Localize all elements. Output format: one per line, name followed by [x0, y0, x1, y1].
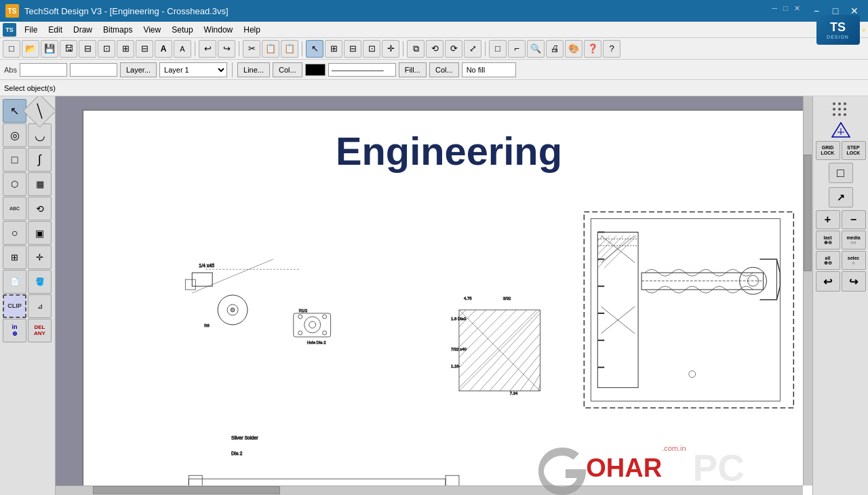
dist-button[interactable]: ✛: [382, 40, 399, 58]
export3-button[interactable]: ⊟: [136, 40, 153, 58]
export2-button[interactable]: ⊞: [117, 40, 134, 58]
help3-button[interactable]: ?: [603, 40, 620, 58]
tool-clip[interactable]: CLIP: [3, 294, 26, 318]
layer-select[interactable]: Layer 1: [159, 62, 227, 77]
line-style-input[interactable]: [328, 63, 396, 77]
grid-lock-button[interactable]: GRIDLOCK: [816, 141, 840, 160]
col1-button[interactable]: Col...: [273, 62, 302, 77]
step-lock-button[interactable]: STEPLOCK: [842, 141, 866, 160]
coord-x-input[interactable]: [20, 63, 67, 77]
right-toolbar: GRIDLOCK STEPLOCK □ ↗ + − last⊕⊖ media○○…: [812, 96, 868, 495]
horizontal-scrollbar[interactable]: [56, 486, 803, 495]
rotate-button[interactable]: ⟲: [426, 40, 443, 58]
tool-ellipse[interactable]: ○: [3, 221, 26, 245]
copy-button[interactable]: 📋: [262, 40, 279, 58]
scale-button[interactable]: ⟳: [445, 40, 462, 58]
svg-text:4.75: 4.75: [464, 296, 472, 300]
media-button[interactable]: media○○: [842, 231, 866, 250]
tool-grid[interactable]: ⊞: [3, 245, 26, 269]
menu-edit[interactable]: Edit: [43, 24, 68, 36]
svg-point-104: [844, 113, 846, 116]
menu-view[interactable]: View: [138, 24, 166, 36]
tool-frame[interactable]: ▣: [28, 221, 52, 245]
import-button[interactable]: ⊟: [79, 40, 96, 58]
help2-button[interactable]: ❓: [584, 40, 601, 58]
outer-controls: ─ □ ✕: [772, 4, 800, 18]
lt-row-2: ◎ ◡: [3, 123, 52, 147]
col2-button[interactable]: Col...: [429, 62, 459, 77]
tool-hatch[interactable]: ▦: [28, 172, 52, 196]
layer-button[interactable]: Layer...: [120, 62, 157, 77]
svg-rect-3: [185, 279, 195, 290]
menu-draw[interactable]: Draw: [68, 24, 98, 36]
ungroup-button[interactable]: ⊟: [344, 40, 361, 58]
font-button[interactable]: A: [155, 40, 172, 58]
vertical-scrollbar[interactable]: [803, 96, 812, 486]
save-button[interactable]: 💾: [41, 40, 58, 58]
tool-layer2[interactable]: 📄: [3, 270, 26, 294]
properties-bar: Abs Layer... Layer 1 Line... Col... Fill…: [0, 60, 868, 80]
menu-file[interactable]: File: [19, 24, 43, 36]
color-button[interactable]: 🎨: [565, 40, 583, 58]
main-toolbar: □ 📂 💾 🖫 ⊟ ⊡ ⊞ ⊟ A A ↩ ↪ ✂ 📋 📋 ↖ ⊞ ⊟ ⊡ ✛ …: [0, 38, 868, 60]
menu-setup[interactable]: Setup: [166, 24, 198, 36]
rect-button[interactable]: □: [489, 40, 507, 58]
sep4: [403, 41, 403, 56]
stretch-button[interactable]: ⤢: [464, 40, 481, 58]
undo-button[interactable]: ↩: [199, 40, 216, 58]
saveas-button[interactable]: 🖫: [60, 40, 77, 58]
menu-bitmaps[interactable]: Bitmaps: [98, 24, 138, 36]
menu-window[interactable]: Window: [199, 24, 239, 36]
tool-snap[interactable]: ✛: [28, 245, 52, 269]
svg-text:7/32 x40: 7/32 x40: [451, 347, 467, 351]
zoom-button[interactable]: 🔍: [527, 40, 545, 58]
rt-rect-button[interactable]: □: [829, 163, 853, 183]
mirror-button[interactable]: ⧉: [407, 40, 425, 58]
menu-help[interactable]: Help: [238, 24, 266, 36]
svg-point-15: [323, 315, 327, 319]
fill-button[interactable]: Fill...: [399, 62, 427, 77]
last-button[interactable]: last⊕⊖: [816, 231, 840, 250]
select-rt-button[interactable]: selec○: [842, 251, 866, 270]
undo-rt-button[interactable]: ↩: [816, 271, 840, 292]
align-button[interactable]: ⊡: [363, 40, 380, 58]
tool-curve[interactable]: ∫: [28, 148, 52, 172]
svg-text:R1/2: R1/2: [299, 309, 308, 313]
tool-fill2[interactable]: 🪣: [28, 270, 52, 294]
svg-point-16: [298, 331, 302, 335]
svg-line-37: [469, 313, 540, 391]
svg-point-6: [231, 308, 235, 312]
line-button[interactable]: Line...: [237, 62, 270, 77]
export-button[interactable]: ⊡: [98, 40, 115, 58]
group-button[interactable]: ⊞: [325, 40, 342, 58]
new-button[interactable]: □: [3, 40, 20, 58]
select-button[interactable]: ↖: [306, 40, 323, 58]
tool-text[interactable]: ABC: [3, 197, 26, 220]
svg-point-98: [844, 102, 846, 105]
coord-y-input[interactable]: [70, 63, 117, 77]
cut-button[interactable]: ✂: [243, 40, 260, 58]
paste-button[interactable]: 📋: [281, 40, 298, 58]
redo-button[interactable]: ↪: [218, 40, 235, 58]
tool-in[interactable]: in⊕: [3, 319, 26, 342]
sep1: [195, 41, 195, 56]
font2-button[interactable]: A: [174, 40, 191, 58]
lt-row-10: in⊕ DELANY: [3, 319, 52, 342]
tool-dim[interactable]: ⊿: [28, 294, 52, 318]
zoom-in-button[interactable]: +: [816, 210, 840, 229]
open-button[interactable]: 📂: [22, 40, 39, 58]
print-button[interactable]: 🖨: [546, 40, 564, 58]
engineering-drawing: Engineering 1/4 x45: [83, 111, 812, 495]
all-button[interactable]: all⊕⊖: [816, 251, 840, 270]
tool-rotate[interactable]: ⟲: [28, 197, 52, 220]
rt-zoom-button[interactable]: ↗: [829, 187, 853, 207]
svg-line-39: [490, 334, 540, 391]
tool-circle[interactable]: ◎: [3, 123, 26, 147]
zoom-out-button[interactable]: −: [842, 210, 866, 229]
tool-rect[interactable]: □: [3, 148, 26, 172]
svg-point-103: [838, 113, 841, 116]
redo-rt-button[interactable]: ↪: [842, 271, 866, 292]
angle-button[interactable]: ⌐: [508, 40, 526, 58]
tool-del-any[interactable]: DELANY: [28, 319, 52, 342]
tool-polygon[interactable]: ⬡: [3, 172, 26, 196]
